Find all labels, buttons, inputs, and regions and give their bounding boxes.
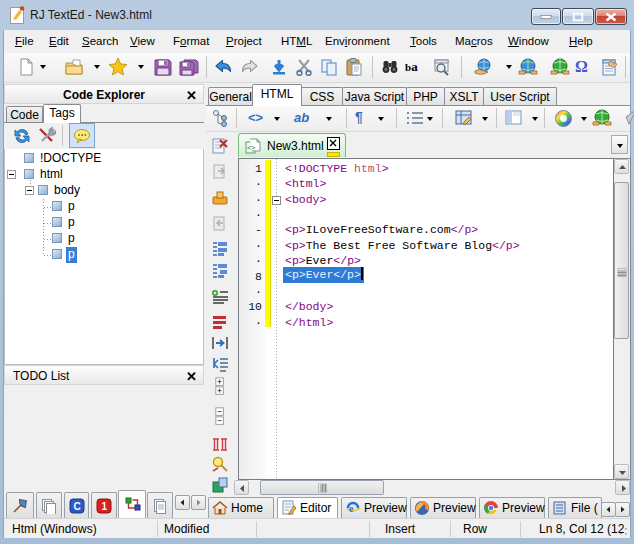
svg-text:e: e: [349, 503, 354, 514]
svg-text:C: C: [74, 501, 81, 512]
svg-text:1: 1: [102, 501, 108, 512]
svg-text:<>: <>: [247, 144, 255, 152]
